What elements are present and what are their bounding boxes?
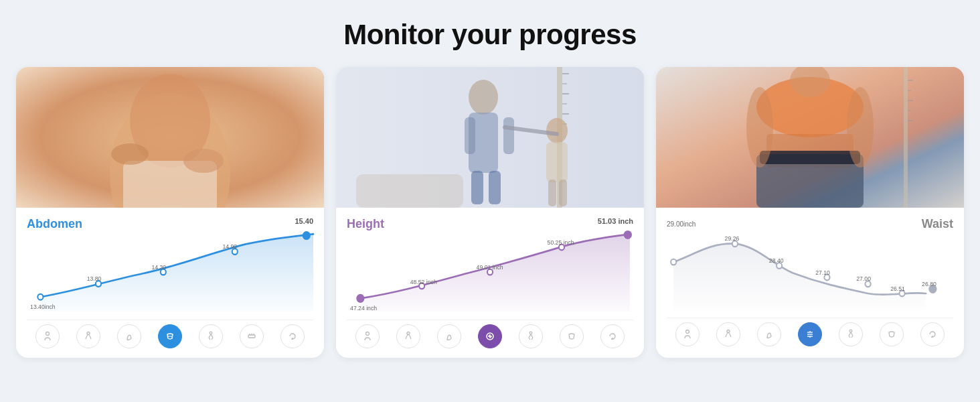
height-icon-active[interactable] xyxy=(478,324,502,348)
svg-point-15 xyxy=(46,332,49,336)
abdomen-icon-rotate[interactable] xyxy=(280,324,305,348)
abdomen-chart-area: Abdomen 15.40 xyxy=(16,208,324,358)
abdomen-icon-person[interactable] xyxy=(35,324,60,348)
abdomen-icon-yoga[interactable] xyxy=(199,324,223,348)
waist-icon-arm[interactable] xyxy=(757,322,781,346)
svg-text:48.52 inch: 48.52 inch xyxy=(410,278,437,285)
height-last-value: 51.03 inch xyxy=(598,217,633,225)
svg-text:28.40: 28.40 xyxy=(769,257,784,264)
svg-text:26.80: 26.80 xyxy=(922,281,936,287)
svg-rect-19 xyxy=(248,335,255,338)
waist-chart-area: Waist 29.00inch xyxy=(656,208,964,358)
svg-text:14.90: 14.90 xyxy=(222,243,237,250)
svg-point-4 xyxy=(183,149,224,173)
svg-rect-71 xyxy=(760,151,860,164)
waist-image xyxy=(656,67,964,208)
svg-point-59 xyxy=(529,332,532,334)
svg-rect-40 xyxy=(548,180,556,206)
height-icon-person[interactable] xyxy=(355,324,380,348)
svg-text:13.40inch: 13.40inch xyxy=(30,303,56,310)
svg-point-18 xyxy=(210,332,212,334)
svg-point-16 xyxy=(87,332,90,335)
height-card: Height 51.03 inch xyxy=(336,67,644,358)
height-icon-arm[interactable] xyxy=(437,324,461,348)
height-chart-title: Height xyxy=(347,217,384,230)
abdomen-icon-flex[interactable] xyxy=(76,324,100,348)
svg-text:27.00: 27.00 xyxy=(856,275,871,282)
abdomen-icon-row xyxy=(27,320,313,351)
svg-point-38 xyxy=(546,118,568,143)
svg-text:47.24 inch: 47.24 inch xyxy=(350,305,377,312)
svg-point-54 xyxy=(407,332,410,335)
svg-text:27.10: 27.10 xyxy=(815,269,830,275)
svg-point-95 xyxy=(849,330,852,332)
svg-text:29.26: 29.26 xyxy=(725,235,740,242)
waist-icon-person[interactable] xyxy=(675,322,700,346)
svg-point-44 xyxy=(357,295,363,302)
waist-icon-active[interactable] xyxy=(798,322,822,346)
svg-point-10 xyxy=(303,232,310,239)
waist-icon-flex[interactable] xyxy=(716,322,740,346)
svg-point-75 xyxy=(671,259,676,265)
height-chart-area: Height 51.03 inch xyxy=(336,208,644,358)
svg-rect-36 xyxy=(471,171,483,204)
svg-text:50.25 inch: 50.25 inch xyxy=(548,239,574,245)
svg-text:14.30: 14.30 xyxy=(151,263,166,270)
waist-card: Waist 29.00inch xyxy=(656,67,964,358)
svg-point-74 xyxy=(847,87,874,168)
waist-icon-yoga[interactable] xyxy=(839,322,863,346)
abdomen-chart-title: Abdomen xyxy=(27,217,82,230)
height-icon-rotate[interactable] xyxy=(600,324,625,348)
svg-rect-34 xyxy=(465,117,475,154)
svg-text:49.01 inch: 49.01 inch xyxy=(477,263,503,270)
abdomen-icon-measure[interactable] xyxy=(240,324,264,348)
height-icon-yoga[interactable] xyxy=(519,324,543,348)
page-title: Monitor your progress xyxy=(343,19,637,51)
svg-point-48 xyxy=(625,231,631,239)
waist-icon-row xyxy=(667,318,953,349)
svg-rect-41 xyxy=(559,180,567,206)
svg-point-6 xyxy=(37,294,43,300)
waist-first-value: 29.00inch xyxy=(667,220,696,228)
svg-point-88 xyxy=(685,330,689,334)
svg-point-89 xyxy=(727,330,730,333)
abdomen-icon-waist[interactable] xyxy=(158,324,182,348)
cards-row: Abdomen 15.40 xyxy=(15,67,965,358)
waist-icon-body[interactable] xyxy=(880,322,904,346)
height-chart: 47.24 inch 48.52 inch 49.01 inch 50.25 i… xyxy=(347,231,633,312)
abdomen-chart: 13.40inch 13.80 14.30 14.90 xyxy=(27,231,313,312)
svg-rect-39 xyxy=(546,142,568,182)
svg-point-32 xyxy=(469,80,498,115)
abdomen-card: Abdomen 15.40 xyxy=(16,67,324,358)
svg-rect-35 xyxy=(503,117,514,154)
svg-rect-62 xyxy=(904,67,908,208)
waist-icon-rotate[interactable] xyxy=(920,322,945,346)
abdomen-icon-arm[interactable] xyxy=(117,324,141,348)
height-icon-row xyxy=(347,320,633,351)
waist-chart: 29.26 28.40 27.10 27.00 26.51 26.80 xyxy=(667,229,953,310)
svg-text:13.80: 13.80 xyxy=(87,275,102,282)
abdomen-image xyxy=(16,67,324,208)
svg-rect-43 xyxy=(356,174,463,208)
svg-point-53 xyxy=(365,332,369,336)
height-image xyxy=(336,67,644,208)
svg-point-73 xyxy=(746,87,773,168)
svg-rect-37 xyxy=(489,171,501,204)
height-icon-body[interactable] xyxy=(560,324,584,348)
height-icon-flex[interactable] xyxy=(396,324,420,348)
svg-point-5 xyxy=(111,143,149,165)
abdomen-last-value: 15.40 xyxy=(295,217,313,225)
svg-text:26.51: 26.51 xyxy=(890,285,905,291)
